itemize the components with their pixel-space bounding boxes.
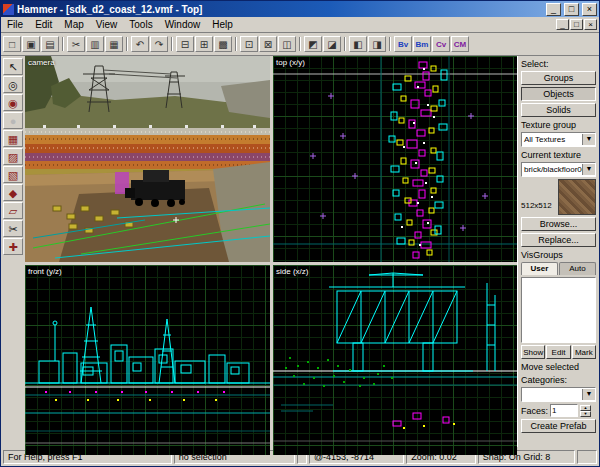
spin-down-icon[interactable]: ▼ [580, 411, 591, 417]
select-mode-groups-button[interactable]: Groups [521, 71, 596, 85]
selection-tool-icon[interactable]: ↖ [3, 58, 23, 75]
viewport-camera-label: camera [28, 58, 55, 67]
top-viewport-render [273, 56, 517, 262]
select-label: Select: [521, 59, 596, 69]
chevron-down-icon[interactable]: ▼ [582, 389, 595, 400]
categories-select[interactable]: ▼ [521, 387, 596, 402]
tab-auto[interactable]: Auto [559, 262, 596, 275]
hammer-window: Hammer - [sdk_d2_coast_12.vmf - Top] _ □… [0, 0, 600, 467]
menu-file[interactable]: File [1, 18, 29, 31]
camera-tool-icon[interactable]: ◉ [3, 94, 23, 111]
undo-icon[interactable]: ↶ [131, 36, 149, 52]
visgroups-label: VisGroups [521, 250, 596, 260]
entity-tool-icon[interactable]: ● [3, 112, 23, 129]
toggle-helpers-icon[interactable]: Bv [394, 36, 412, 52]
faces-stepper: ▲ ▼ [580, 405, 591, 417]
faces-input[interactable]: 1 [550, 404, 578, 417]
vertex-tool-icon[interactable]: ✚ [3, 238, 23, 255]
select-mode-solids-button[interactable]: Solids [521, 103, 596, 117]
toolbar-separator [171, 37, 173, 51]
browse-button[interactable]: Browse... [521, 217, 596, 231]
toggle-grid-icon[interactable]: ▩ [214, 36, 232, 52]
edit-button[interactable]: Edit [546, 345, 570, 359]
mdi-minimize-button[interactable]: _ [556, 19, 569, 30]
grid-larger-icon[interactable]: ⊞ [195, 36, 213, 52]
side-viewport-render [273, 265, 517, 455]
viewport-2d-side[interactable]: side (x/z) [273, 265, 517, 455]
cordon-view-icon[interactable]: Cv [432, 36, 450, 52]
show-all-icon[interactable]: ◪ [323, 36, 341, 52]
redo-icon[interactable]: ↷ [150, 36, 168, 52]
new-file-icon[interactable]: □ [3, 36, 21, 52]
paste-icon[interactable]: ▦ [105, 36, 123, 52]
viewport-top-label: top (x/y) [276, 58, 305, 67]
mdi-restore-button[interactable]: □ [570, 19, 583, 30]
grid-smaller-icon[interactable]: ⊟ [176, 36, 194, 52]
overlay-tool-icon[interactable]: ▱ [3, 202, 23, 219]
maximize-button[interactable]: □ [564, 3, 579, 16]
save-file-icon[interactable]: ▤ [41, 36, 59, 52]
camera-viewport-render [25, 56, 270, 262]
hide-selected-icon[interactable]: ◩ [304, 36, 322, 52]
copy-icon[interactable]: ▥ [86, 36, 104, 52]
texture-group-label: Texture group [521, 120, 596, 130]
clipper-tool-icon[interactable]: ✂ [3, 220, 23, 237]
hollow-icon[interactable]: ◨ [368, 36, 386, 52]
menu-view[interactable]: View [90, 18, 124, 31]
mdi-close-button[interactable]: × [584, 19, 597, 30]
object-properties-panel: Select: Groups Objects Solids Texture gr… [517, 56, 599, 447]
ungroup-icon[interactable]: ⊠ [259, 36, 277, 52]
texture-preview-row: 512x512 [521, 179, 596, 215]
toolbar-separator [389, 37, 391, 51]
mark-button[interactable]: Mark [572, 345, 596, 359]
chevron-down-icon[interactable]: ▼ [582, 134, 595, 145]
tab-user[interactable]: User [521, 262, 558, 275]
main-toolbar: □ ▣ ▤ ✂ ▥ ▦ ↶ ↷ ⊟ ⊞ ▩ ⊡ ⊠ ◫ ◩ ◪ ◧ ◨ Bv B… [1, 33, 599, 56]
current-texture-select[interactable]: brick/blackfloor001a ▼ [521, 162, 596, 177]
decal-tool-icon[interactable]: ◆ [3, 184, 23, 201]
toolbar-separator [62, 37, 64, 51]
visgroups-list[interactable] [521, 277, 596, 343]
texture-group-select[interactable]: All Textures ▼ [521, 132, 596, 147]
select-mode-objects-button[interactable]: Objects [521, 87, 596, 101]
faces-label: Faces: [521, 406, 548, 416]
menu-tools[interactable]: Tools [123, 18, 158, 31]
app-icon [3, 4, 14, 15]
texture-application-icon[interactable]: ▨ [3, 148, 23, 165]
map-tools-palette: ↖ ◎ ◉ ● ▦ ▨ ▧ ◆ ▱ ✂ ✚ [1, 56, 25, 447]
current-texture-label: Current texture [521, 150, 596, 160]
show-button[interactable]: Show [521, 345, 545, 359]
current-texture-name: brick/blackfloor001a [522, 165, 582, 174]
magnify-tool-icon[interactable]: ◎ [3, 76, 23, 93]
visgroups-buttons: Show Edit Mark [521, 345, 596, 359]
viewport-3d-camera[interactable]: camera [25, 56, 270, 262]
toolbar-separator [299, 37, 301, 51]
menu-window[interactable]: Window [159, 18, 207, 31]
minimize-button[interactable]: _ [546, 3, 561, 16]
toggle-models-icon[interactable]: Bm [413, 36, 431, 52]
menu-edit[interactable]: Edit [29, 18, 58, 31]
menu-map[interactable]: Map [58, 18, 89, 31]
apply-texture-icon[interactable]: ▧ [3, 166, 23, 183]
menu-bar: File Edit Map View Tools Window Help _ □… [1, 17, 599, 33]
ignore-groups-icon[interactable]: ◫ [278, 36, 296, 52]
viewport-front-label: front (y/z) [28, 267, 62, 276]
create-prefab-button[interactable]: Create Prefab [521, 419, 596, 433]
cut-icon[interactable]: ✂ [67, 36, 85, 52]
texture-group-value: All Textures [522, 135, 582, 144]
close-button[interactable]: × [582, 3, 597, 16]
faces-row: Faces: 1 ▲ ▼ [521, 404, 596, 417]
toolbar-separator [235, 37, 237, 51]
group-icon[interactable]: ⊡ [240, 36, 258, 52]
carve-icon[interactable]: ◧ [349, 36, 367, 52]
viewport-2d-front[interactable]: front (y/z) [25, 265, 270, 455]
viewport-2d-top[interactable]: top (x/y) [273, 56, 517, 262]
menu-help[interactable]: Help [206, 18, 239, 31]
visgroups-tabs: User Auto [521, 262, 596, 275]
replace-button[interactable]: Replace... [521, 233, 596, 247]
block-tool-icon[interactable]: ▦ [3, 130, 23, 147]
texture-preview[interactable] [558, 179, 596, 215]
cordon-edit-icon[interactable]: CM [451, 36, 469, 52]
chevron-down-icon[interactable]: ▼ [582, 164, 595, 175]
open-file-icon[interactable]: ▣ [22, 36, 40, 52]
